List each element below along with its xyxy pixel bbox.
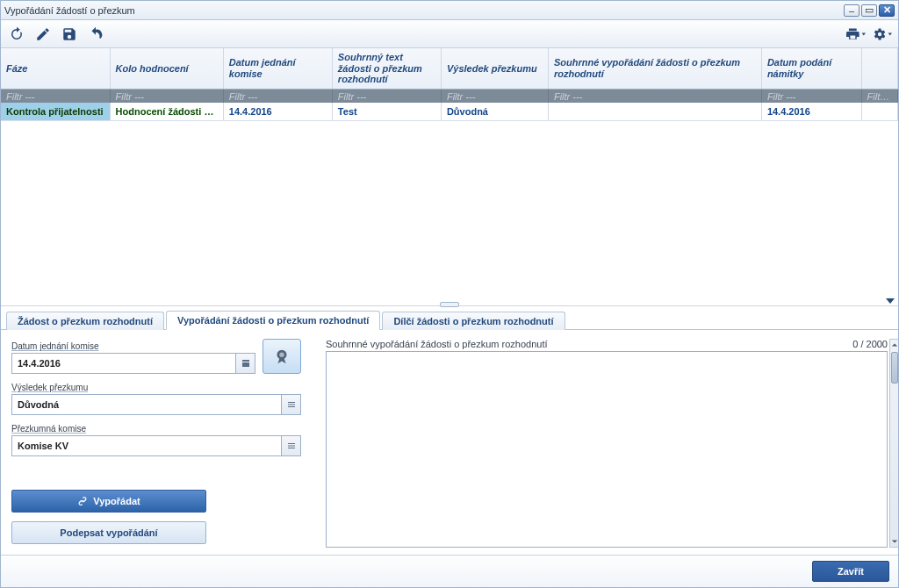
form-left-column: Datum jednání komise 14.4.2016 xyxy=(11,339,301,548)
link-icon xyxy=(77,496,88,506)
datum-input[interactable]: 14.4.2016 xyxy=(11,353,255,374)
komise-picker-button[interactable] xyxy=(281,436,300,455)
souhrnne-textarea[interactable] xyxy=(326,351,888,548)
tabs: Žádost o přezkum rozhodnutí Vypořádání ž… xyxy=(1,310,898,330)
list-icon xyxy=(286,399,297,410)
save-icon xyxy=(61,26,77,42)
seal-button[interactable] xyxy=(263,339,301,374)
titlebar: Vypořádání žádostí o přezkum – ▭ ✕ xyxy=(1,1,898,20)
save-button[interactable] xyxy=(59,24,80,45)
grid-row[interactable]: Kontrola přijatelnosti Hodnocení žádosti… xyxy=(1,103,898,121)
window-maximize-button[interactable]: ▭ xyxy=(861,4,877,17)
col-faze[interactable]: Fáze xyxy=(1,48,110,89)
filter-nam[interactable]: Filtr --- xyxy=(761,89,861,103)
col-vypo[interactable]: Souhrnné vypořádání žádosti o přezkum ro… xyxy=(548,48,761,89)
col-extra[interactable] xyxy=(861,48,897,89)
vysledek-value: Důvodná xyxy=(18,399,59,410)
col-text[interactable]: Souhrnný text žádosti o přezkum rozhodnu… xyxy=(332,48,441,89)
undo-button[interactable] xyxy=(85,24,106,45)
datum-picker-button[interactable] xyxy=(235,354,255,373)
toolbar xyxy=(1,20,898,48)
tab-zadost[interactable]: Žádost o přezkum rozhodnutí xyxy=(6,312,164,330)
chevron-up-icon xyxy=(891,341,898,348)
filter-kolo[interactable]: Filtr --- xyxy=(110,89,223,103)
komise-input[interactable]: Komise KV xyxy=(11,435,301,456)
cell-kolo[interactable]: Hodnocení žádosti o po xyxy=(110,103,223,121)
form-pane: Datum jednání komise 14.4.2016 xyxy=(1,330,898,555)
seal-icon xyxy=(272,347,291,366)
undo-icon xyxy=(88,26,104,42)
grid-empty-area xyxy=(1,121,898,305)
filter-vysl[interactable]: Filtr --- xyxy=(441,89,548,103)
splitter-handle[interactable] xyxy=(440,302,459,307)
filter-datum[interactable]: Filtr --- xyxy=(223,89,332,103)
cell-datum[interactable]: 14.4.2016 xyxy=(223,103,332,121)
list-icon xyxy=(286,441,297,451)
window-minimize-button[interactable]: – xyxy=(844,4,859,17)
komise-label: Přezkumná komise xyxy=(11,424,301,434)
col-namitky[interactable]: Datum podání námitky xyxy=(761,48,861,89)
podepsat-label: Podepsat vypořádání xyxy=(60,527,157,538)
col-datum[interactable]: Datum jednání komise xyxy=(223,48,332,89)
gear-icon xyxy=(873,26,892,42)
chevron-down-icon xyxy=(891,538,898,545)
cell-vysl[interactable]: Důvodná xyxy=(441,103,548,121)
vyporadat-button[interactable]: Vypořádat xyxy=(11,490,206,513)
vyporadat-label: Vypořádat xyxy=(93,496,140,506)
filter-extra[interactable]: Filtr --- xyxy=(861,89,897,103)
dialog-window: Vypořádání žádostí o přezkum – ▭ ✕ xyxy=(0,0,899,588)
char-counter: 0 / 2000 xyxy=(852,339,888,349)
print-icon xyxy=(846,26,866,42)
refresh-button[interactable] xyxy=(6,24,27,45)
refresh-icon xyxy=(9,26,25,42)
col-vysl[interactable]: Výsledek přezkumu xyxy=(441,48,548,89)
grid-filter-row: Filtr --- Filtr --- Filtr --- Filtr --- … xyxy=(1,89,898,103)
col-kolo[interactable]: Kolo hodnocení xyxy=(110,48,223,89)
calendar-icon xyxy=(241,358,251,369)
scroll-down-button[interactable] xyxy=(890,536,898,547)
podepsat-button[interactable]: Podepsat vypořádání xyxy=(11,521,206,544)
vysledek-input[interactable]: Důvodná xyxy=(11,394,301,415)
footer: Zavřít xyxy=(1,555,898,587)
cell-text[interactable]: Test xyxy=(332,103,441,121)
cell-vypo[interactable] xyxy=(548,103,761,121)
vysledek-label: Výsledek přezkumu xyxy=(11,383,301,392)
vysledek-picker-button[interactable] xyxy=(281,395,300,414)
print-button[interactable] xyxy=(845,24,867,45)
datum-label: Datum jednání komise xyxy=(11,341,255,351)
filter-text[interactable]: Filtr --- xyxy=(332,89,441,103)
cell-faze[interactable]: Kontrola přijatelnosti xyxy=(1,103,110,121)
form-right-column: Souhrnné vypořádání žádosti o přezkum ro… xyxy=(326,339,888,548)
tab-dilci[interactable]: Dílčí žádosti o přezkum rozhodnutí xyxy=(382,312,565,330)
edit-button[interactable] xyxy=(32,24,54,45)
window-title: Vypořádání žádostí o přezkum xyxy=(4,5,842,16)
cell-nam[interactable]: 14.4.2016 xyxy=(761,103,861,121)
textarea-label: Souhrnné vypořádání žádosti o přezkum ro… xyxy=(326,339,548,349)
form-scrollbar[interactable] xyxy=(889,339,898,548)
datum-value: 14.4.2016 xyxy=(18,358,61,369)
grid-header-row: Fáze Kolo hodnocení Datum jednání komise… xyxy=(1,48,898,89)
window-close-button[interactable]: ✕ xyxy=(879,4,895,17)
filter-vypo[interactable]: Filtr --- xyxy=(548,89,761,103)
svg-point-1 xyxy=(279,353,284,358)
edit-icon xyxy=(35,26,51,42)
scroll-up-button[interactable] xyxy=(890,340,898,350)
close-button[interactable]: Zavřít xyxy=(812,561,889,582)
tab-vyporadani[interactable]: Vypořádání žádosti o přezkum rozhodnutí xyxy=(166,311,380,330)
filter-faze[interactable]: Filtr --- xyxy=(1,89,110,103)
settings-button[interactable] xyxy=(872,24,893,45)
grid: Fáze Kolo hodnocení Datum jednání komise… xyxy=(1,48,898,306)
collapse-arrow-icon[interactable] xyxy=(886,298,895,304)
scroll-thumb[interactable] xyxy=(891,352,898,384)
cell-extra[interactable] xyxy=(861,103,897,121)
close-label: Zavřít xyxy=(838,566,864,577)
komise-value: Komise KV xyxy=(18,441,68,451)
